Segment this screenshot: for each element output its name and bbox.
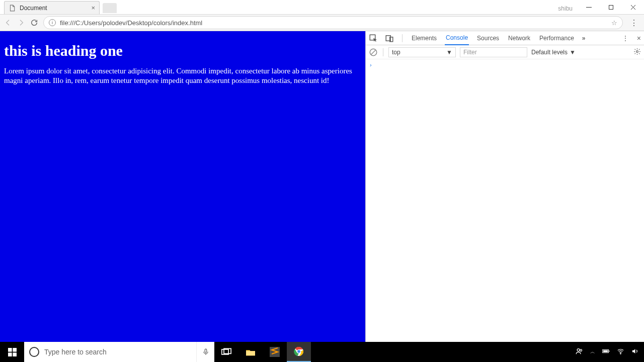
wifi-icon[interactable] (617, 347, 624, 357)
site-info-icon[interactable]: i (49, 19, 56, 26)
taskbar-app-sublime[interactable] (263, 342, 287, 362)
file-icon (9, 5, 16, 12)
svg-rect-22 (609, 350, 609, 352)
browser-toolbar: i file:///C:/Users/polodev/Desktop/color… (0, 14, 644, 31)
devtools-close-button[interactable]: × (637, 34, 641, 42)
battery-icon[interactable] (602, 347, 610, 357)
console-toolbar: top ▼ Default levels ▼ (366, 45, 644, 59)
window-close-button[interactable] (622, 0, 644, 14)
taskbar-search[interactable]: Type here to search (24, 342, 196, 362)
svg-rect-0 (609, 5, 613, 9)
clear-console-icon[interactable] (369, 48, 378, 57)
taskbar-app-explorer[interactable] (238, 342, 263, 362)
tab-close-icon[interactable]: × (91, 4, 95, 12)
separator (383, 48, 383, 56)
svg-rect-6 (8, 348, 12, 352)
rendered-page: this is heading one Lorem ipsum dolor si… (0, 31, 365, 342)
console-output[interactable]: › (366, 59, 644, 342)
tab-console[interactable]: Console (445, 31, 469, 45)
cortana-icon (29, 347, 39, 357)
new-tab-button[interactable] (103, 3, 117, 13)
reload-button[interactable] (30, 19, 38, 27)
browser-menu-button[interactable]: ⋮ (628, 18, 640, 28)
forward-button[interactable] (17, 19, 25, 27)
window-controls (578, 0, 644, 14)
context-selector[interactable]: top ▼ (388, 47, 456, 57)
svg-point-19 (580, 349, 582, 351)
page-heading: this is heading one (4, 42, 361, 59)
svg-rect-10 (205, 349, 207, 352)
tab-elements[interactable]: Elements (411, 31, 438, 45)
svg-point-23 (620, 353, 621, 353)
volume-icon[interactable] (631, 347, 639, 357)
inspect-element-icon[interactable] (369, 34, 378, 43)
back-button[interactable] (4, 19, 12, 27)
chevron-down-icon: ▼ (570, 49, 576, 56)
svg-point-5 (636, 50, 638, 52)
chevron-down-icon: ▼ (446, 49, 452, 56)
url-text: file:///C:/Users/polodev/Desktop/colors/… (60, 19, 607, 27)
search-placeholder: Type here to search (44, 348, 107, 356)
page-paragraph: Lorem ipsum dolor sit amet, consectetur … (4, 66, 356, 85)
separator (402, 34, 403, 42)
system-tray: ︿ (576, 347, 644, 357)
tabs-overflow-icon[interactable]: » (582, 35, 586, 42)
svg-rect-13 (246, 351, 255, 355)
log-levels-selector[interactable]: Default levels ▼ (531, 49, 576, 56)
svg-rect-8 (8, 352, 12, 356)
windows-taskbar: Type here to search ︿ (0, 342, 644, 362)
svg-rect-7 (13, 348, 17, 352)
context-value: top (392, 49, 400, 56)
mic-button[interactable] (196, 342, 214, 362)
start-button[interactable] (0, 342, 24, 362)
svg-point-18 (577, 348, 580, 351)
workspace: this is heading one Lorem ipsum dolor si… (0, 31, 644, 342)
task-view-button[interactable] (214, 342, 238, 362)
devtools-tabstrip: Elements Console Sources Network Perform… (366, 31, 644, 45)
console-filter-input[interactable] (460, 47, 527, 57)
device-toolbar-icon[interactable] (385, 34, 394, 43)
address-bar[interactable]: i file:///C:/Users/polodev/Desktop/color… (43, 16, 623, 29)
tab-sources[interactable]: Sources (476, 31, 500, 45)
svg-rect-9 (13, 352, 17, 356)
browser-titlebar: Document × shibu (0, 0, 644, 14)
svg-rect-21 (603, 350, 608, 352)
tab-network[interactable]: Network (507, 31, 531, 45)
levels-label: Default levels (531, 49, 568, 56)
devtools-menu-button[interactable]: ⋮ (621, 34, 630, 43)
browser-tab[interactable]: Document × (4, 1, 100, 14)
window-maximize-button[interactable] (600, 0, 622, 14)
profile-name: shibu (558, 5, 573, 14)
window-minimize-button[interactable] (578, 0, 600, 14)
bookmark-star-icon[interactable]: ☆ (611, 19, 617, 27)
console-settings-icon[interactable] (633, 48, 641, 57)
console-prompt-caret-icon: › (370, 62, 372, 68)
tab-performance[interactable]: Performance (538, 31, 575, 45)
devtools-panel: Elements Console Sources Network Perform… (365, 31, 644, 342)
taskbar-app-chrome[interactable] (287, 342, 311, 362)
people-icon[interactable] (576, 347, 583, 357)
tab-title: Document (20, 5, 47, 12)
tray-overflow-icon[interactable]: ︿ (590, 348, 595, 355)
